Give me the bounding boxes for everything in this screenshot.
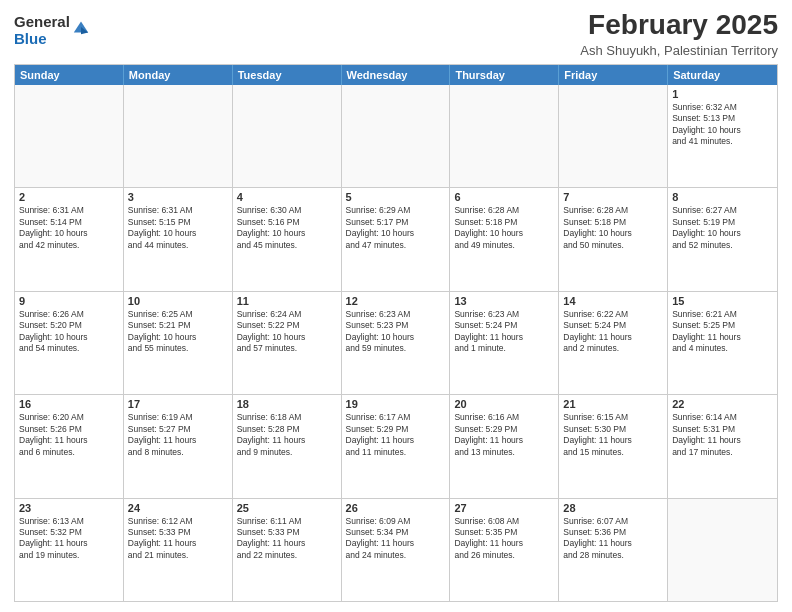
cell-info: Sunrise: 6:18 AM Sunset: 5:28 PM Dayligh… [237,412,337,458]
day-number: 15 [672,295,773,307]
day-number: 1 [672,88,773,100]
cell-info: Sunrise: 6:23 AM Sunset: 5:24 PM Dayligh… [454,309,554,355]
calendar-cell-w0-d0 [15,85,124,187]
calendar-cell-w4-d1: 24Sunrise: 6:12 AM Sunset: 5:33 PM Dayli… [124,499,233,601]
calendar-week-2: 9Sunrise: 6:26 AM Sunset: 5:20 PM Daylig… [15,291,777,394]
header-saturday: Saturday [668,65,777,85]
calendar-cell-w3-d2: 18Sunrise: 6:18 AM Sunset: 5:28 PM Dayli… [233,395,342,497]
day-number: 18 [237,398,337,410]
calendar-cell-w3-d1: 17Sunrise: 6:19 AM Sunset: 5:27 PM Dayli… [124,395,233,497]
cell-info: Sunrise: 6:14 AM Sunset: 5:31 PM Dayligh… [672,412,773,458]
calendar-cell-w1-d6: 8Sunrise: 6:27 AM Sunset: 5:19 PM Daylig… [668,188,777,290]
calendar-cell-w2-d5: 14Sunrise: 6:22 AM Sunset: 5:24 PM Dayli… [559,292,668,394]
day-number: 6 [454,191,554,203]
calendar-cell-w0-d2 [233,85,342,187]
page: General Blue February 2025 Ash Shuyukh, … [0,0,792,612]
cell-info: Sunrise: 6:12 AM Sunset: 5:33 PM Dayligh… [128,516,228,562]
day-number: 11 [237,295,337,307]
title-block: February 2025 Ash Shuyukh, Palestinian T… [580,10,778,58]
calendar-cell-w4-d0: 23Sunrise: 6:13 AM Sunset: 5:32 PM Dayli… [15,499,124,601]
logo-general: General [14,14,70,31]
calendar-cell-w3-d4: 20Sunrise: 6:16 AM Sunset: 5:29 PM Dayli… [450,395,559,497]
day-number: 23 [19,502,119,514]
day-number: 28 [563,502,663,514]
cell-info: Sunrise: 6:13 AM Sunset: 5:32 PM Dayligh… [19,516,119,562]
cell-info: Sunrise: 6:25 AM Sunset: 5:21 PM Dayligh… [128,309,228,355]
logo-icon [72,18,90,36]
calendar-cell-w3-d3: 19Sunrise: 6:17 AM Sunset: 5:29 PM Dayli… [342,395,451,497]
header-wednesday: Wednesday [342,65,451,85]
cell-info: Sunrise: 6:28 AM Sunset: 5:18 PM Dayligh… [454,205,554,251]
logo: General Blue [14,14,90,47]
day-number: 20 [454,398,554,410]
calendar-cell-w0-d3 [342,85,451,187]
cell-info: Sunrise: 6:30 AM Sunset: 5:16 PM Dayligh… [237,205,337,251]
day-number: 14 [563,295,663,307]
day-number: 12 [346,295,446,307]
day-number: 27 [454,502,554,514]
calendar-cell-w3-d0: 16Sunrise: 6:20 AM Sunset: 5:26 PM Dayli… [15,395,124,497]
day-number: 13 [454,295,554,307]
day-number: 24 [128,502,228,514]
header-thursday: Thursday [450,65,559,85]
day-number: 19 [346,398,446,410]
calendar-cell-w2-d0: 9Sunrise: 6:26 AM Sunset: 5:20 PM Daylig… [15,292,124,394]
day-number: 22 [672,398,773,410]
calendar-title: February 2025 [580,10,778,41]
calendar-cell-w4-d6 [668,499,777,601]
day-number: 9 [19,295,119,307]
day-number: 5 [346,191,446,203]
calendar-cell-w2-d2: 11Sunrise: 6:24 AM Sunset: 5:22 PM Dayli… [233,292,342,394]
cell-info: Sunrise: 6:32 AM Sunset: 5:13 PM Dayligh… [672,102,773,148]
calendar-cell-w0-d5 [559,85,668,187]
day-number: 25 [237,502,337,514]
header-monday: Monday [124,65,233,85]
calendar-header: Sunday Monday Tuesday Wednesday Thursday… [15,65,777,85]
cell-info: Sunrise: 6:22 AM Sunset: 5:24 PM Dayligh… [563,309,663,355]
calendar-cell-w0-d4 [450,85,559,187]
header-tuesday: Tuesday [233,65,342,85]
calendar-cell-w1-d4: 6Sunrise: 6:28 AM Sunset: 5:18 PM Daylig… [450,188,559,290]
calendar-week-0: 1Sunrise: 6:32 AM Sunset: 5:13 PM Daylig… [15,85,777,187]
cell-info: Sunrise: 6:19 AM Sunset: 5:27 PM Dayligh… [128,412,228,458]
calendar-cell-w1-d1: 3Sunrise: 6:31 AM Sunset: 5:15 PM Daylig… [124,188,233,290]
cell-info: Sunrise: 6:21 AM Sunset: 5:25 PM Dayligh… [672,309,773,355]
calendar-body: 1Sunrise: 6:32 AM Sunset: 5:13 PM Daylig… [15,85,777,601]
calendar-cell-w0-d6: 1Sunrise: 6:32 AM Sunset: 5:13 PM Daylig… [668,85,777,187]
cell-info: Sunrise: 6:29 AM Sunset: 5:17 PM Dayligh… [346,205,446,251]
cell-info: Sunrise: 6:28 AM Sunset: 5:18 PM Dayligh… [563,205,663,251]
calendar-cell-w1-d3: 5Sunrise: 6:29 AM Sunset: 5:17 PM Daylig… [342,188,451,290]
calendar-cell-w4-d3: 26Sunrise: 6:09 AM Sunset: 5:34 PM Dayli… [342,499,451,601]
calendar-cell-w2-d6: 15Sunrise: 6:21 AM Sunset: 5:25 PM Dayli… [668,292,777,394]
cell-info: Sunrise: 6:09 AM Sunset: 5:34 PM Dayligh… [346,516,446,562]
cell-info: Sunrise: 6:15 AM Sunset: 5:30 PM Dayligh… [563,412,663,458]
day-number: 26 [346,502,446,514]
day-number: 10 [128,295,228,307]
day-number: 8 [672,191,773,203]
day-number: 21 [563,398,663,410]
cell-info: Sunrise: 6:08 AM Sunset: 5:35 PM Dayligh… [454,516,554,562]
calendar-cell-w3-d5: 21Sunrise: 6:15 AM Sunset: 5:30 PM Dayli… [559,395,668,497]
calendar-cell-w1-d2: 4Sunrise: 6:30 AM Sunset: 5:16 PM Daylig… [233,188,342,290]
calendar-cell-w0-d1 [124,85,233,187]
cell-info: Sunrise: 6:27 AM Sunset: 5:19 PM Dayligh… [672,205,773,251]
calendar: Sunday Monday Tuesday Wednesday Thursday… [14,64,778,602]
cell-info: Sunrise: 6:26 AM Sunset: 5:20 PM Dayligh… [19,309,119,355]
calendar-cell-w2-d1: 10Sunrise: 6:25 AM Sunset: 5:21 PM Dayli… [124,292,233,394]
calendar-cell-w3-d6: 22Sunrise: 6:14 AM Sunset: 5:31 PM Dayli… [668,395,777,497]
logo-blue: Blue [14,31,70,48]
calendar-cell-w1-d0: 2Sunrise: 6:31 AM Sunset: 5:14 PM Daylig… [15,188,124,290]
header: General Blue February 2025 Ash Shuyukh, … [14,10,778,58]
calendar-cell-w2-d3: 12Sunrise: 6:23 AM Sunset: 5:23 PM Dayli… [342,292,451,394]
calendar-cell-w2-d4: 13Sunrise: 6:23 AM Sunset: 5:24 PM Dayli… [450,292,559,394]
cell-info: Sunrise: 6:07 AM Sunset: 5:36 PM Dayligh… [563,516,663,562]
day-number: 7 [563,191,663,203]
calendar-week-3: 16Sunrise: 6:20 AM Sunset: 5:26 PM Dayli… [15,394,777,497]
cell-info: Sunrise: 6:31 AM Sunset: 5:14 PM Dayligh… [19,205,119,251]
calendar-cell-w4-d2: 25Sunrise: 6:11 AM Sunset: 5:33 PM Dayli… [233,499,342,601]
header-sunday: Sunday [15,65,124,85]
calendar-cell-w1-d5: 7Sunrise: 6:28 AM Sunset: 5:18 PM Daylig… [559,188,668,290]
day-number: 16 [19,398,119,410]
cell-info: Sunrise: 6:16 AM Sunset: 5:29 PM Dayligh… [454,412,554,458]
header-friday: Friday [559,65,668,85]
